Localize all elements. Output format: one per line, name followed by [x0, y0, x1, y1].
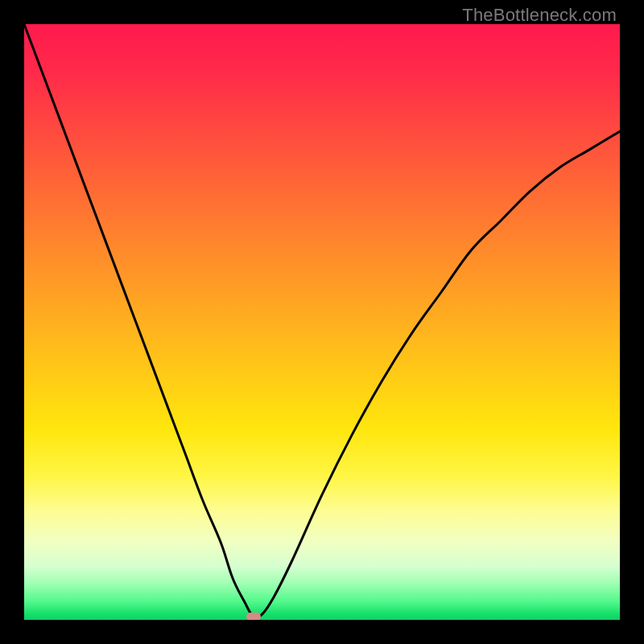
- chart-frame: TheBottleneck.com: [0, 0, 644, 644]
- bottleneck-curve: [24, 24, 620, 618]
- curve-svg: [24, 24, 620, 620]
- watermark-text: TheBottleneck.com: [462, 5, 617, 26]
- plot-area: [24, 24, 620, 620]
- minimum-marker: [246, 613, 261, 620]
